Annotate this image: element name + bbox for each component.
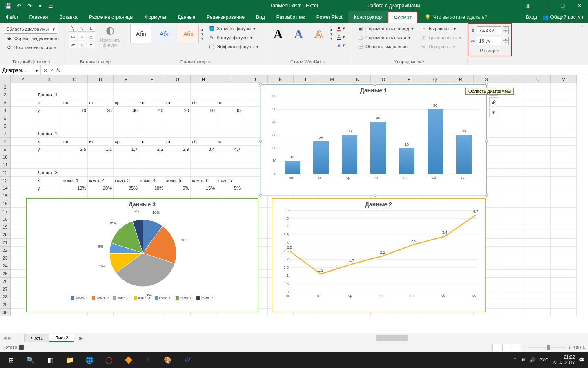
cell-V17[interactable] <box>551 208 577 215</box>
cell-A5[interactable] <box>11 114 36 122</box>
view-tab[interactable]: Вид <box>250 11 271 23</box>
chart-1-bar[interactable]: Данные 1 010203040506010пн25вт30ср40чт20… <box>261 84 487 195</box>
row-header-29[interactable]: 29 <box>0 301 10 309</box>
cell-D10[interactable] <box>88 153 114 161</box>
cell-B3[interactable]: x <box>36 99 62 107</box>
cell-H4[interactable]: 50 <box>191 107 216 114</box>
cell-A10[interactable] <box>11 153 36 161</box>
cell-V12[interactable] <box>551 169 577 177</box>
word-icon[interactable]: W <box>178 352 197 368</box>
cell-V30[interactable] <box>551 309 577 316</box>
cell-U13[interactable] <box>525 177 551 184</box>
cell-U15[interactable] <box>525 192 551 200</box>
cell-T15[interactable] <box>499 192 525 200</box>
col-header-E[interactable]: E <box>114 75 139 83</box>
reset-style-button[interactable]: ↺Восстановить стиль <box>4 43 60 52</box>
dialog-launcher-size[interactable]: ⤡ <box>497 49 500 53</box>
cell-U4[interactable] <box>525 107 551 114</box>
cell-T23[interactable] <box>499 254 525 262</box>
align-button[interactable]: ⊫Выровнять ▾ <box>419 25 463 33</box>
cell-U23[interactable] <box>525 254 551 262</box>
sheet-next[interactable]: ▶ <box>8 336 11 340</box>
chart-element-combo[interactable]: Область диаграммы▾ <box>4 25 57 34</box>
cell-F4[interactable]: 40 <box>139 107 165 114</box>
row-header-17[interactable]: 17 <box>0 208 10 215</box>
tray-arrow-icon[interactable]: ⌃ <box>513 357 517 363</box>
wordart-gallery[interactable]: A A A ▴▾▾ <box>269 25 332 43</box>
cell-B14[interactable]: y <box>36 184 62 192</box>
col-header-Q[interactable]: Q <box>422 75 448 83</box>
formulas-tab[interactable]: Формулы <box>139 11 172 23</box>
cell-V9[interactable] <box>551 146 577 153</box>
macro-record-button[interactable]: ⬛ <box>18 345 24 350</box>
cell-T22[interactable] <box>499 247 525 254</box>
cell-T19[interactable] <box>499 223 525 231</box>
save-button[interactable]: 💾 <box>3 1 13 10</box>
cell-T7[interactable] <box>499 130 525 138</box>
cell-I9[interactable]: 4,7 <box>216 146 242 153</box>
cell-V11[interactable] <box>551 161 577 169</box>
cell-T12[interactable] <box>499 169 525 177</box>
col-header-A[interactable]: A <box>11 75 36 83</box>
cell-V1[interactable] <box>551 83 577 91</box>
row-header-26[interactable]: 26 <box>0 278 10 285</box>
col-header-B[interactable]: B <box>36 75 62 83</box>
row-header-8[interactable]: 8 <box>0 138 10 146</box>
spreadsheet-grid[interactable]: ABCDEFGHIJKLMNOPQRSTUV 12345678910111213… <box>0 75 588 333</box>
cell-D14[interactable]: 20% <box>88 184 114 192</box>
chart3-title[interactable]: Данные 3 <box>27 199 258 210</box>
cell-I5[interactable] <box>216 114 242 122</box>
cell-C4[interactable]: 10 <box>62 107 88 114</box>
cell-B4[interactable]: y <box>36 107 62 114</box>
cell-F3[interactable]: чт <box>139 99 165 107</box>
cell-U3[interactable] <box>525 99 551 107</box>
row-header-11[interactable]: 11 <box>0 161 10 169</box>
cell-F9[interactable]: 2,2 <box>139 146 165 153</box>
cell-U29[interactable] <box>525 301 551 309</box>
zoom-level[interactable]: 100% <box>573 345 585 350</box>
cell-A14[interactable] <box>11 184 36 192</box>
home-tab[interactable]: Главная <box>24 11 54 23</box>
cell-D2[interactable] <box>88 91 114 99</box>
cell-V29[interactable] <box>551 301 577 309</box>
cell-V7[interactable] <box>551 130 577 138</box>
cell-I8[interactable]: вс <box>216 138 242 146</box>
cell-B10[interactable] <box>36 153 62 161</box>
cell-V15[interactable] <box>551 192 577 200</box>
cell-F14[interactable]: 10% <box>139 184 165 192</box>
row-header-9[interactable]: 9 <box>0 146 10 153</box>
text-fill-button[interactable]: А ▾ <box>336 25 347 32</box>
excel-icon[interactable]: X <box>139 352 158 368</box>
col-header-V[interactable]: V <box>551 75 577 83</box>
cell-V13[interactable] <box>551 177 577 184</box>
row-header-5[interactable]: 5 <box>0 114 10 122</box>
clock[interactable]: 21:2223.03.2017 <box>552 355 575 365</box>
sheet-prev[interactable]: ◀ <box>3 336 7 340</box>
cell-A6[interactable] <box>11 122 36 130</box>
view-buttons[interactable] <box>492 344 521 351</box>
cell-V16[interactable] <box>551 200 577 208</box>
cell-V5[interactable] <box>551 114 577 122</box>
close-button[interactable]: ✕ <box>571 0 588 11</box>
cell-T21[interactable] <box>499 239 525 247</box>
cell-D12[interactable] <box>88 169 114 177</box>
sheet-tab-list1[interactable]: Лист1 <box>24 334 49 342</box>
horizontal-scrollbar[interactable] <box>376 335 580 341</box>
cell-T26[interactable] <box>499 278 525 285</box>
cell-U26[interactable] <box>525 278 551 285</box>
chart-design-tab[interactable]: Конструктор <box>348 11 388 23</box>
cell-C11[interactable] <box>62 161 88 169</box>
cell-B5[interactable] <box>36 114 62 122</box>
cell-V23[interactable] <box>551 254 577 262</box>
row-header-21[interactable]: 21 <box>0 239 10 247</box>
cell-B1[interactable] <box>36 83 62 91</box>
col-header-O[interactable]: O <box>371 75 396 83</box>
cell-H1[interactable] <box>191 83 216 91</box>
cell-E4[interactable]: 30 <box>114 107 139 114</box>
height-input[interactable]: 7,62 см <box>477 26 501 34</box>
cell-D3[interactable]: вт <box>88 99 114 107</box>
cell-E11[interactable] <box>114 161 139 169</box>
cell-C8[interactable]: пн <box>62 138 88 146</box>
opera-icon[interactable]: ◯ <box>100 352 118 368</box>
chart-styles-button[interactable]: 🖌 <box>489 97 498 106</box>
